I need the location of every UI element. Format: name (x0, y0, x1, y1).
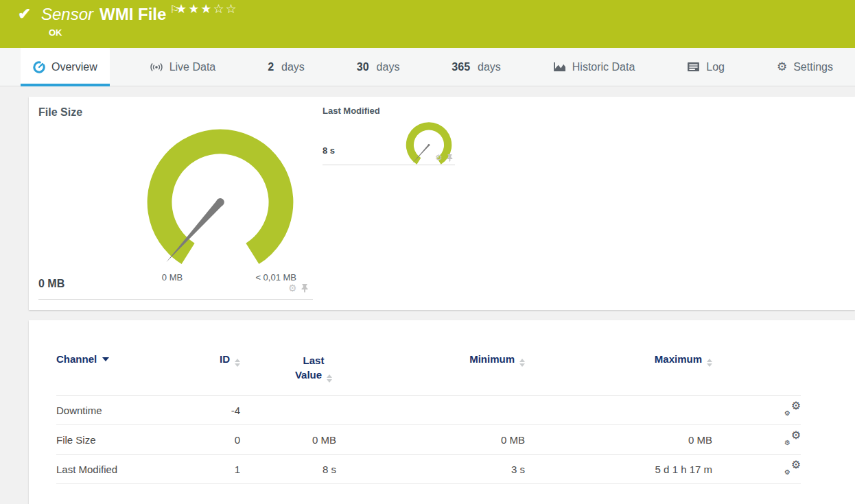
channel-minimum: 3 s (336, 455, 525, 484)
tab-label: days (377, 61, 400, 73)
sort-arrows-icon[interactable] (235, 359, 240, 367)
column-header-actions (712, 348, 801, 396)
tab-bar: Overview Live Data 2 days 30 days 365 da… (0, 48, 855, 86)
file-size-gauge-min-label: 0 MB (141, 272, 204, 283)
file-size-gauge-max-label: < 0,01 MB (235, 272, 296, 283)
file-size-gauge (143, 127, 297, 267)
table-row-last-modified: Last Modified 1 8 s 3 s 5 d 1 h 17 m ⚙ ⚙ (56, 455, 801, 484)
column-label: Maximum (655, 353, 702, 365)
broadcast-icon (150, 62, 163, 73)
column-header-last-value[interactable]: Last Value (240, 348, 336, 396)
channel-last-value: 8 s (240, 455, 336, 484)
channel-table: Channel ID Last Value Minimum Maximum (56, 348, 801, 484)
channel-id: 0 (187, 425, 240, 455)
file-size-gauge-actions: ⚙ (288, 283, 308, 293)
priority-stars[interactable]: ★★★☆☆ (176, 1, 238, 16)
tab-overview[interactable]: Overview (21, 48, 110, 86)
pin-icon[interactable] (301, 284, 308, 293)
star-filled-icons[interactable]: ★★★ (176, 2, 213, 16)
channel-settings-icon[interactable]: ⚙ ⚙ (784, 402, 801, 417)
sort-arrows-icon[interactable] (707, 359, 712, 367)
channel-actions: ⚙ ⚙ (712, 455, 801, 484)
sensor-status-banner: ✔ SensorWMI File⚐ ★★★☆☆ OK (0, 0, 855, 48)
tab-historic-data[interactable]: Historic Data (541, 48, 648, 86)
channel-name: Downtime (56, 396, 187, 425)
table-row-downtime: Downtime -4 ⚙ ⚙ (56, 396, 801, 425)
tab-number: 2 (268, 61, 274, 73)
chevron-down-icon (102, 357, 109, 361)
tab-label: Live Data (169, 61, 216, 73)
column-header-channel[interactable]: Channel (56, 348, 187, 396)
column-label: Channel (56, 353, 97, 365)
gear-icon: ⚙ (791, 400, 801, 411)
gear-icon: ⚙ (784, 410, 790, 417)
column-label: ID (220, 353, 230, 365)
channel-maximum (525, 396, 712, 425)
file-size-gauge-title: File Size (38, 106, 82, 119)
tab-number: 365 (452, 61, 470, 73)
page-title: SensorWMI File⚐ (41, 3, 179, 24)
tab-label: Settings (793, 61, 833, 73)
tab-365-days[interactable]: 365 days (439, 48, 513, 86)
channel-id: 1 (187, 455, 240, 484)
table-row-file-size: File Size 0 0 MB 0 MB 0 MB ⚙ ⚙ (56, 425, 801, 455)
tab-30-days[interactable]: 30 days (344, 48, 412, 86)
tab-live-data[interactable]: Live Data (137, 48, 229, 86)
tab-log[interactable]: Log (675, 48, 737, 86)
last-modified-gauge-actions: ⚙ (435, 154, 453, 162)
sort-arrows-icon[interactable] (519, 359, 525, 367)
status-ok-check-icon: ✔ (18, 5, 31, 23)
pin-icon[interactable] (447, 154, 453, 162)
log-icon (687, 62, 700, 72)
column-label: Last Value (295, 355, 325, 381)
channel-table-header-row: Channel ID Last Value Minimum Maximum (56, 348, 801, 396)
last-modified-current-value: 8 s (323, 145, 335, 156)
channel-actions: ⚙ ⚙ (712, 396, 801, 425)
gear-icon: ⚙ (777, 61, 787, 73)
column-header-minimum[interactable]: Minimum (336, 348, 525, 396)
channel-maximum: 5 d 1 h 17 m (525, 455, 712, 484)
channel-last-value (240, 396, 336, 425)
channel-id: -4 (187, 396, 240, 425)
channels-panel: Channel ID Last Value Minimum Maximum (29, 320, 855, 504)
channel-minimum: 0 MB (336, 425, 525, 455)
channel-settings-icon[interactable]: ⚙ ⚙ (784, 461, 801, 476)
tab-label: days (281, 61, 305, 73)
channel-name: File Size (56, 425, 187, 455)
gauges-panel: File Size 0 MB 0 MB < 0,01 MB ⚙ Last Mod… (29, 97, 855, 310)
gear-icon: ⚙ (791, 459, 801, 470)
sensor-overview-page: ✔ SensorWMI File⚐ ★★★☆☆ OK Overview (0, 0, 855, 504)
channel-name: Last Modified (56, 455, 187, 484)
gauge-icon (33, 61, 45, 73)
column-label: Minimum (469, 353, 515, 365)
channel-last-value: 0 MB (240, 425, 336, 455)
gear-icon[interactable]: ⚙ (288, 283, 297, 293)
tab-number: 30 (357, 61, 369, 73)
gear-icon: ⚙ (784, 440, 790, 446)
table-bottom-border-row (56, 484, 801, 485)
area-chart-icon (553, 62, 566, 73)
column-header-id[interactable]: ID (187, 348, 240, 396)
channel-minimum (336, 396, 525, 425)
gear-icon: ⚙ (784, 469, 790, 476)
tab-label: Overview (51, 61, 97, 73)
last-modified-gauge-title: Last Modified (323, 106, 380, 116)
channel-settings-icon[interactable]: ⚙ ⚙ (784, 431, 801, 446)
gear-icon: ⚙ (791, 430, 801, 441)
sensor-type-label: Sensor (41, 5, 93, 23)
tab-label: days (478, 61, 501, 73)
channel-actions: ⚙ ⚙ (712, 425, 801, 455)
file-size-current-value: 0 MB (38, 278, 65, 290)
gear-icon[interactable]: ⚙ (435, 154, 443, 162)
tab-2-days[interactable]: 2 days (255, 48, 317, 86)
file-size-module-divider (38, 299, 313, 300)
last-modified-module-divider (323, 165, 455, 165)
sort-arrows-icon[interactable] (327, 374, 332, 383)
channel-maximum: 0 MB (525, 425, 712, 455)
sensor-name: WMI File (99, 5, 166, 23)
column-header-maximum[interactable]: Maximum (525, 348, 712, 396)
star-empty-icons[interactable]: ☆☆ (213, 2, 237, 16)
tab-settings[interactable]: ⚙ Settings (764, 48, 845, 86)
tab-label: Historic Data (572, 61, 635, 73)
sensor-status-badge: OK (49, 27, 62, 38)
